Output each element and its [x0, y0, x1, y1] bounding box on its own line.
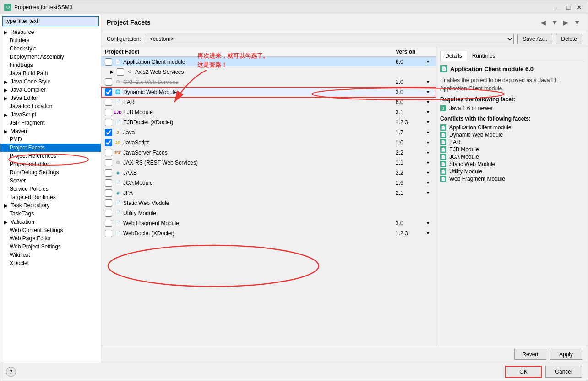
- sidebar-item-xdoclet[interactable]: XDoclet: [0, 259, 101, 267]
- sidebar-item-project-references[interactable]: Project References: [0, 152, 101, 160]
- facet-checkbox-java[interactable]: [105, 129, 112, 136]
- sidebar-item-findbugs[interactable]: FindBugs: [0, 61, 101, 69]
- minimize-button[interactable]: —: [553, 3, 562, 12]
- ok-button[interactable]: OK: [505, 366, 542, 378]
- delete-button[interactable]: Delete: [556, 34, 582, 44]
- facet-checkbox-webdoclet[interactable]: [105, 230, 112, 237]
- tab-details[interactable]: Details: [440, 51, 467, 61]
- facet-checkbox-ejb[interactable]: [105, 109, 112, 116]
- cancel-button[interactable]: Cancel: [545, 366, 582, 378]
- sidebar-item-deployment[interactable]: Deployment Assembly: [0, 53, 101, 61]
- facet-version-dropdown[interactable]: ▾: [423, 180, 432, 185]
- right-header: Project Facets ◀ ▼ ▶ ▼: [101, 14, 588, 31]
- sidebar-item-java-editor[interactable]: ▶ Java Editor: [0, 94, 101, 102]
- facet-checkbox-cxf[interactable]: [105, 78, 112, 86]
- table-row: JS JavaScript 1.0 ▾: [101, 138, 436, 148]
- sidebar-item-service-policies[interactable]: Service Policies: [0, 185, 101, 193]
- facet-checkbox-javascript[interactable]: [105, 139, 112, 146]
- facet-version-dropdown[interactable]: ▾: [423, 110, 432, 115]
- facet-version-dropdown[interactable]: ▾: [423, 130, 432, 135]
- tab-runtimes[interactable]: Runtimes: [467, 51, 501, 61]
- sidebar-item-pmd[interactable]: PMD: [0, 135, 101, 144]
- conflict-item-ear: 📄 EAR: [440, 138, 584, 146]
- help-button[interactable]: ?: [6, 367, 16, 377]
- sidebar-item-resource[interactable]: ▶ Resource: [0, 28, 101, 36]
- revert-button[interactable]: Revert: [514, 349, 546, 360]
- sidebar-item-validation[interactable]: ▶ Validation: [0, 218, 101, 226]
- chevron-right-icon: ▶: [4, 112, 9, 117]
- maximize-button[interactable]: □: [564, 3, 573, 12]
- facet-version-dropdown[interactable]: ▾: [423, 221, 432, 226]
- sidebar-item-jsp[interactable]: JSP Fragment: [0, 119, 101, 127]
- sidebar-item-run-debug[interactable]: Run/Debug Settings: [0, 168, 101, 177]
- facet-version-label: 6.0: [396, 59, 423, 65]
- facet-checkbox-jaxrs[interactable]: [105, 159, 112, 166]
- facet-checkbox-jaxb[interactable]: [105, 169, 112, 177]
- conflict-label: Web Fragment Module: [449, 176, 505, 182]
- sidebar-item-web-project-settings[interactable]: Web Project Settings: [0, 243, 101, 251]
- facet-version-dropdown[interactable]: ▾: [423, 89, 432, 94]
- sidebar-item-java-code-style[interactable]: ▶ Java Code Style: [0, 77, 101, 86]
- table-row: 📄 Utility Module: [101, 208, 436, 218]
- facet-version-dropdown[interactable]: ▾: [423, 231, 432, 236]
- facet-checkbox-web-fragment[interactable]: [105, 220, 112, 227]
- table-row: EJB EJB Module 3.1 ▾: [101, 107, 436, 117]
- facet-version-dropdown[interactable]: ▾: [423, 99, 432, 105]
- filter-input[interactable]: [2, 16, 99, 26]
- facet-checkbox-static-web[interactable]: [105, 199, 112, 207]
- facet-checkbox-jpa[interactable]: [105, 189, 112, 197]
- back-button[interactable]: ◀: [539, 18, 548, 27]
- facet-checkbox-jsf[interactable]: [105, 149, 112, 156]
- forward-dropdown2-button[interactable]: ▼: [572, 18, 582, 27]
- requires-item-label: Java 1.6 or newer: [449, 105, 493, 111]
- sidebar-item-java-build-path[interactable]: Java Build Path: [0, 69, 101, 77]
- sidebar-item-wikitext[interactable]: WikiText: [0, 251, 101, 259]
- facet-version-dropdown[interactable]: ▾: [423, 150, 432, 155]
- sidebar-item-task-repository[interactable]: ▶ Task Repository: [0, 201, 101, 210]
- sidebar-item-maven[interactable]: ▶ Maven: [0, 127, 101, 135]
- sidebar-item-server[interactable]: Server: [0, 177, 101, 185]
- sidebar-item-builders[interactable]: Builders: [0, 36, 101, 44]
- sidebar-item-javadoc[interactable]: Javadoc Location: [0, 102, 101, 110]
- java-icon: J: [114, 129, 121, 136]
- facet-version-label: 1.2.3: [396, 119, 423, 126]
- apply-button[interactable]: Apply: [550, 349, 582, 360]
- facet-version-dropdown[interactable]: ▾: [423, 190, 432, 195]
- gear-icon: ⚙: [114, 159, 121, 166]
- facet-version-label: 6.0: [396, 99, 423, 105]
- facet-version-dropdown[interactable]: ▾: [423, 120, 432, 125]
- config-select[interactable]: <custom>: [145, 34, 514, 44]
- facet-checkbox-axis2[interactable]: [117, 68, 124, 76]
- forward-dropdown-button[interactable]: ▼: [550, 18, 560, 27]
- facet-version-dropdown[interactable]: ▾: [423, 59, 432, 64]
- facet-version-dropdown[interactable]: ▾: [423, 79, 432, 84]
- gear-icon: ⚙: [126, 68, 133, 76]
- sidebar-item-web-content[interactable]: Web Content Settings: [0, 226, 101, 234]
- facet-version-label: 1.1: [396, 160, 423, 166]
- close-button[interactable]: ✕: [575, 3, 584, 12]
- facet-checkbox-app-client[interactable]: [105, 58, 112, 66]
- facet-checkbox-utility[interactable]: [105, 210, 112, 217]
- facet-version-dropdown[interactable]: ▾: [423, 170, 432, 175]
- facet-checkbox-ear[interactable]: [105, 99, 112, 106]
- forward-button[interactable]: ▶: [561, 18, 570, 27]
- sidebar-item-javascript[interactable]: ▶ JavaScript: [0, 110, 101, 119]
- sidebar-item-task-tags[interactable]: Task Tags: [0, 210, 101, 218]
- table-row: ◈ JAXB 2.2 ▾: [101, 168, 436, 178]
- facet-name-label: JAX-RS (REST Web Services): [123, 160, 396, 166]
- sidebar-item-properties-editor[interactable]: PropertiesEditor: [0, 160, 101, 168]
- sidebar-item-java-compiler[interactable]: ▶ Java Compiler: [0, 86, 101, 94]
- sidebar-item-label: Web Page Editor: [10, 235, 51, 242]
- facet-version-label: 2.2: [396, 149, 423, 156]
- sidebar-item-project-facets[interactable]: Project Facets: [0, 144, 101, 152]
- facet-version-dropdown[interactable]: ▾: [423, 140, 432, 145]
- facet-checkbox-dynamic-web[interactable]: [105, 88, 112, 96]
- facet-checkbox-ejbdoclet[interactable]: [105, 119, 112, 126]
- sidebar-item-label: PropertiesEditor: [10, 161, 49, 167]
- sidebar-item-targeted-runtimes[interactable]: Targeted Runtimes: [0, 193, 101, 201]
- save-as-button[interactable]: Save As...: [517, 34, 552, 44]
- facet-checkbox-jca[interactable]: [105, 179, 112, 187]
- sidebar-item-web-page-editor[interactable]: Web Page Editor: [0, 234, 101, 243]
- facet-version-dropdown[interactable]: ▾: [423, 160, 432, 165]
- sidebar-item-checkstyle[interactable]: Checkstyle: [0, 44, 101, 53]
